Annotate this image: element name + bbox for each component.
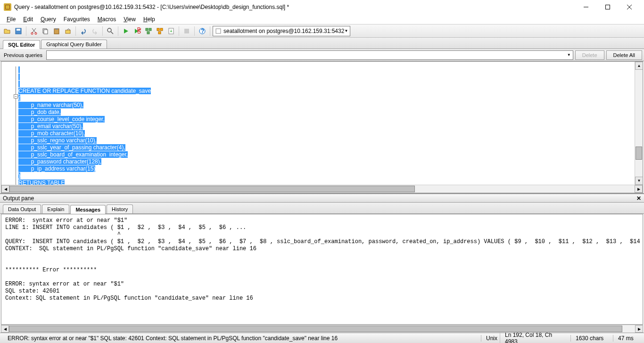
combo-arrow-icon: ▼ xyxy=(565,53,573,57)
output-close-button[interactable]: ✕ xyxy=(636,195,641,202)
cancel-icon[interactable] xyxy=(182,26,192,36)
status-chars: 1630 chars xyxy=(570,335,613,342)
code-area[interactable]: CREATE OR REPLACE FUNCTION candidate_sav… xyxy=(18,62,635,185)
connection-label: seatallotment on postgres@10.162.159.31:… xyxy=(223,28,344,34)
menu-edit[interactable]: Edit xyxy=(19,15,37,24)
svg-point-13 xyxy=(107,28,111,32)
svg-rect-18 xyxy=(149,28,151,31)
svg-rect-27 xyxy=(216,29,221,33)
menu-favourites[interactable]: Favourites xyxy=(60,15,94,24)
cut-icon[interactable] xyxy=(29,26,39,36)
tab-sql-editor[interactable]: SQL Editor xyxy=(3,40,40,49)
tab-messages[interactable]: Messages xyxy=(70,205,106,214)
svg-rect-24 xyxy=(184,29,189,33)
statusbar: ERROR: syntax error at or near "$1" SQL … xyxy=(0,333,644,343)
explain-analyze-icon[interactable] xyxy=(155,26,165,36)
menubar: File Edit Query Favourites Macros View H… xyxy=(0,14,644,24)
svg-line-14 xyxy=(111,32,113,34)
maximize-button[interactable] xyxy=(597,0,619,14)
output-pane-header: Output pane ✕ xyxy=(0,193,644,203)
svg-rect-19 xyxy=(147,32,149,34)
svg-rect-17 xyxy=(146,28,148,31)
svg-rect-22 xyxy=(158,32,161,34)
menu-query[interactable]: Query xyxy=(37,15,60,24)
scroll-thumb[interactable] xyxy=(636,147,642,160)
close-button[interactable] xyxy=(619,0,640,14)
savefile-icon[interactable] xyxy=(166,26,176,36)
svg-rect-9 xyxy=(44,30,48,34)
redo-icon[interactable] xyxy=(90,26,100,36)
svg-rect-1 xyxy=(606,5,610,9)
paste-icon[interactable] xyxy=(51,26,62,36)
app-icon xyxy=(4,3,11,11)
scroll-right-arrow[interactable]: ▶ xyxy=(635,325,643,333)
sql-editor[interactable]: − − CREATE OR REPLACE FUNCTION candidate… xyxy=(1,62,643,185)
find-icon[interactable] xyxy=(105,26,116,36)
help-icon[interactable]: ? xyxy=(197,26,207,36)
status-position: Ln 192, Col 18, Ch 4983 xyxy=(500,332,570,343)
minimize-button[interactable] xyxy=(575,0,597,14)
svg-rect-5 xyxy=(17,29,20,31)
vertical-scrollbar[interactable]: ▲ ▼ xyxy=(635,62,643,185)
connection-combo[interactable]: seatallotment on postgres@10.162.159.31:… xyxy=(213,26,350,36)
status-error: ERROR: syntax error at or near "$1" SQL … xyxy=(3,335,481,342)
explain-icon[interactable] xyxy=(143,26,154,36)
copy-icon[interactable] xyxy=(40,26,50,36)
scroll-left-arrow[interactable]: ◀ xyxy=(1,325,9,333)
output-pane-title: Output pane xyxy=(3,195,34,202)
fold-toggle[interactable]: − xyxy=(14,94,18,98)
clear-icon[interactable] xyxy=(63,26,73,36)
titlebar: Query - seatallotment on postgres@10.162… xyxy=(0,0,644,14)
previous-queries-combo[interactable]: ▼ xyxy=(46,50,573,60)
svg-rect-11 xyxy=(55,28,58,30)
delete-query-button: Delete xyxy=(575,50,604,60)
svg-rect-20 xyxy=(157,28,159,31)
status-time: 47 ms xyxy=(613,335,641,342)
menu-help[interactable]: Help xyxy=(140,15,159,24)
menu-view[interactable]: View xyxy=(120,15,140,24)
svg-rect-21 xyxy=(160,28,163,31)
menu-macros[interactable]: Macros xyxy=(94,15,120,24)
output-tabs: Data Output Explain Messages History xyxy=(0,203,644,214)
toolbar: pgS ? seatallotment on postgres@10.162.1… xyxy=(0,24,644,38)
previous-queries-label: Previous queries xyxy=(2,52,44,58)
svg-text:?: ? xyxy=(201,28,204,34)
messages-horizontal-scrollbar[interactable]: ◀ ▶ xyxy=(1,325,643,333)
svg-rect-12 xyxy=(66,30,70,33)
scroll-right-arrow[interactable]: ▶ xyxy=(635,185,643,193)
open-icon[interactable] xyxy=(2,26,12,36)
tab-graphical-query-builder[interactable]: Graphical Query Builder xyxy=(41,40,107,49)
scroll-down-arrow[interactable]: ▼ xyxy=(635,177,643,185)
menu-file[interactable]: File xyxy=(3,15,19,24)
run-icon[interactable] xyxy=(121,26,131,36)
status-os: Unix xyxy=(481,335,500,342)
svg-text:S: S xyxy=(137,28,141,35)
scroll-thumb[interactable] xyxy=(9,186,415,192)
combo-arrow-icon: ▼ xyxy=(344,29,348,33)
tab-history[interactable]: History xyxy=(107,204,133,213)
window-title: Query - seatallotment on postgres@10.162… xyxy=(14,4,575,10)
tab-explain[interactable]: Explain xyxy=(42,204,69,213)
editor-tabs: SQL Editor Graphical Query Builder xyxy=(0,38,644,49)
tab-data-output[interactable]: Data Output xyxy=(3,204,41,213)
delete-all-queries-button[interactable]: Delete All xyxy=(606,50,642,60)
messages-output[interactable]: ERROR: syntax error at or near "$1" LINE… xyxy=(1,214,643,325)
scroll-thumb[interactable] xyxy=(9,326,622,332)
scroll-up-arrow[interactable]: ▲ xyxy=(635,62,643,70)
editor-gutter: − − xyxy=(1,62,18,185)
pgscript-icon[interactable]: pgS xyxy=(132,26,142,36)
scroll-left-arrow[interactable]: ◀ xyxy=(1,185,9,193)
horizontal-scrollbar[interactable]: ◀ ▶ xyxy=(1,185,643,193)
undo-icon[interactable] xyxy=(78,26,89,36)
previous-queries-bar: Previous queries ▼ Delete Delete All xyxy=(0,49,644,61)
save-icon[interactable] xyxy=(13,26,24,36)
